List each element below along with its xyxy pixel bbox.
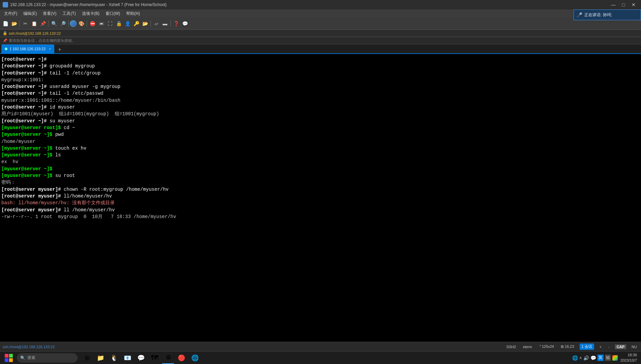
menu-tools[interactable]: 工具(T) xyxy=(60,10,78,17)
maximize-button[interactable]: □ xyxy=(619,0,628,9)
menu-file[interactable]: 文件(F) xyxy=(1,10,20,17)
tray-colorbox xyxy=(612,355,618,361)
terminal-line: [root@server myuser]# ll /home/myuser/hv xyxy=(1,207,640,213)
terminal-line: [myuser@server ~]$ ls xyxy=(1,152,640,158)
tab-status-dot xyxy=(5,48,7,50)
taskbar-right: 🌐 ∧ 🔊 💬 英 输 18:36 2023/10/7 xyxy=(569,353,640,363)
taskbar-search[interactable]: 🔍 搜索 xyxy=(17,353,78,363)
toolbar-sep4 xyxy=(87,20,87,27)
status-minus[interactable]: - xyxy=(607,345,611,349)
tab-session[interactable]: 1 192.168.126.133:22 × xyxy=(1,44,54,53)
start-button[interactable] xyxy=(1,352,16,364)
toolbar-resize1[interactable]: ▱ xyxy=(152,20,160,28)
tray-speaker[interactable]: 🔊 xyxy=(583,355,589,361)
titlebar: 192.168.126.133:22 - myuser@server:/home… xyxy=(0,0,641,9)
toolbar-user[interactable]: 👤 xyxy=(123,20,132,28)
taskbar-wechat[interactable]: 💬 xyxy=(135,352,147,364)
voice-panel: 🎤 正在讲话: 孙珂; xyxy=(574,9,641,20)
menu-view[interactable]: 查看(V) xyxy=(40,10,59,17)
toolbar-resize2[interactable]: ▬ xyxy=(161,20,169,28)
toolbar-fullscreen[interactable]: ⛶ xyxy=(106,20,114,28)
toolbar-record[interactable]: 📼 xyxy=(97,20,105,28)
toolbar-sep1 xyxy=(20,20,20,27)
menu-tabs[interactable]: 选项卡(B) xyxy=(79,10,102,17)
toolbar-color[interactable]: 🎨 xyxy=(77,20,85,28)
tray-wechat2[interactable]: 💬 xyxy=(590,355,596,361)
toolbar-paste[interactable]: 📌 xyxy=(39,20,47,28)
taskbar-edge[interactable]: 🌐 xyxy=(189,352,201,364)
titlebar-left: 192.168.126.133:22 - myuser@server:/home… xyxy=(3,2,167,7)
status-sessions: 1 会话 xyxy=(580,343,594,350)
tray-lang[interactable]: 英 xyxy=(597,355,604,361)
terminal-line: [root@server myuser]# chown -R root:mygr… xyxy=(1,186,640,193)
globe-icon xyxy=(70,20,77,27)
taskbar-explorer[interactable]: 📁 xyxy=(94,352,107,364)
toolbar-folder2[interactable]: 📂 xyxy=(141,20,149,28)
toolbar-sep2 xyxy=(48,20,49,27)
toolbar-zoom[interactable]: 🔎 xyxy=(59,20,67,28)
toolbar-open[interactable]: 📂 xyxy=(10,20,18,28)
menu-help[interactable]: 帮助(H) xyxy=(123,10,143,17)
taskbar-icons: ⊞ 📁 🐧 📧 💬 🗺 🖥 🔴 🌐 xyxy=(81,352,569,364)
search-placeholder: 搜索 xyxy=(27,355,35,361)
window-title: 192.168.126.133:22 - myuser@server:/home… xyxy=(10,2,167,7)
terminal-line: [root@server ~]# tail -1 /etc/passwd xyxy=(1,90,640,97)
terminal-line: [myuser@server ~]$ xyxy=(1,165,640,172)
status-protocol: SSH2 xyxy=(505,345,518,349)
menubar: 文件(F) 编辑(E) 查看(V) 工具(T) 选项卡(B) 窗口(W) 帮助(… xyxy=(0,9,641,18)
tab-close-button[interactable]: × xyxy=(49,47,51,51)
microphone-icon: 🎤 xyxy=(577,12,582,18)
lock-icon: 🔒 xyxy=(3,31,7,35)
menu-window[interactable]: 窗口(W) xyxy=(103,10,123,17)
clock-date: 2023/10/7 xyxy=(620,358,637,363)
terminal-line: [root@server ~]# su myuser xyxy=(1,118,640,124)
minimize-button[interactable]: — xyxy=(609,0,618,9)
session-url: ssh://root@192.168.126.133:22 xyxy=(9,31,61,35)
tray-network[interactable]: 🌐 xyxy=(572,355,578,361)
tray-input[interactable]: 输 xyxy=(605,355,611,361)
taskbar-task-view[interactable]: ⊞ xyxy=(81,352,93,364)
close-button[interactable]: ✕ xyxy=(629,0,638,9)
tab-bar: 1 192.168.126.133:22 × + xyxy=(0,44,641,54)
terminal[interactable]: [root@server ~]# [root@server ~]# groupa… xyxy=(0,54,641,345)
add-tab-button[interactable]: + xyxy=(56,46,64,53)
status-plus[interactable]: + xyxy=(598,345,603,349)
taskbar-mail[interactable]: 📧 xyxy=(121,352,134,364)
status-num: NU xyxy=(630,345,638,349)
terminal-line: [myuser@server ~]$ touch ex hv xyxy=(1,145,640,152)
toolbar-sep3 xyxy=(68,20,68,27)
toolbar-lock[interactable]: 🔒 xyxy=(115,20,123,28)
tip-bar: 📌 要添加当前会话，点击左侧的箭头按钮。 xyxy=(0,37,641,44)
search-icon: 🔍 xyxy=(20,356,25,360)
cap-badge: CAP xyxy=(615,344,626,349)
terminal-line: 用户id=1001(myuser) 组id=1001(mygroup) 组=10… xyxy=(1,111,640,117)
tab-label: 1 192.168.126.133:22 xyxy=(9,47,46,51)
toolbar-key[interactable]: 🔑 xyxy=(132,20,140,28)
session-bar: 🔒 ssh://root@192.168.126.133:22 xyxy=(0,30,641,37)
terminal-line: -rw-r--r--. 1 root mygroup 0 10月 7 18:33… xyxy=(1,213,640,220)
toolbar-help[interactable]: ❓ xyxy=(172,20,180,28)
taskbar-maps[interactable]: 🗺 xyxy=(148,352,161,364)
status-cursor: ⊞ 16,23 xyxy=(559,344,576,349)
toolbar-stop[interactable]: ⛔ xyxy=(88,20,96,28)
terminal-line: [root@server ~]# xyxy=(1,56,640,63)
menu-edit[interactable]: 编辑(E) xyxy=(21,10,39,17)
terminal-line: [root@server ~]# groupadd mygroup xyxy=(1,63,640,69)
terminal-line: [myuser@server ~]$ pwd xyxy=(1,131,640,138)
terminal-line: [root@server myuser]# ll/home/myuser/hv xyxy=(1,193,640,200)
taskbar-penguin[interactable]: 🐧 xyxy=(108,352,120,364)
taskbar: 🔍 搜索 ⊞ 📁 🐧 📧 💬 🗺 🖥 🔴 🌐 🌐 ∧ 🔊 💬 英 输 18:36… xyxy=(0,351,641,364)
terminal-line: bash: ll/home/myuser/hv: 没有那个文件或目录 xyxy=(1,200,640,206)
windows-logo xyxy=(5,354,13,362)
taskbar-red-app[interactable]: 🔴 xyxy=(175,352,188,364)
app-icon xyxy=(3,2,8,7)
toolbar: 📄 📂 ✂ 📋 📌 🔍 🔎 🎨 ⛔ 📼 ⛶ 🔒 👤 🔑 📂 ▱ ▬ ❓ 💬 xyxy=(0,18,641,30)
taskbar-xshell[interactable]: 🖥 xyxy=(162,352,174,364)
toolbar-cut[interactable]: ✂ xyxy=(21,20,29,28)
tray-chevron[interactable]: ∧ xyxy=(579,356,582,360)
toolbar-new[interactable]: 📄 xyxy=(1,20,9,28)
toolbar-copy[interactable]: 📋 xyxy=(30,20,38,28)
toolbar-search[interactable]: 🔍 xyxy=(50,20,58,28)
toolbar-chat[interactable]: 💬 xyxy=(181,20,189,28)
system-clock[interactable]: 18:36 2023/10/7 xyxy=(620,353,637,363)
